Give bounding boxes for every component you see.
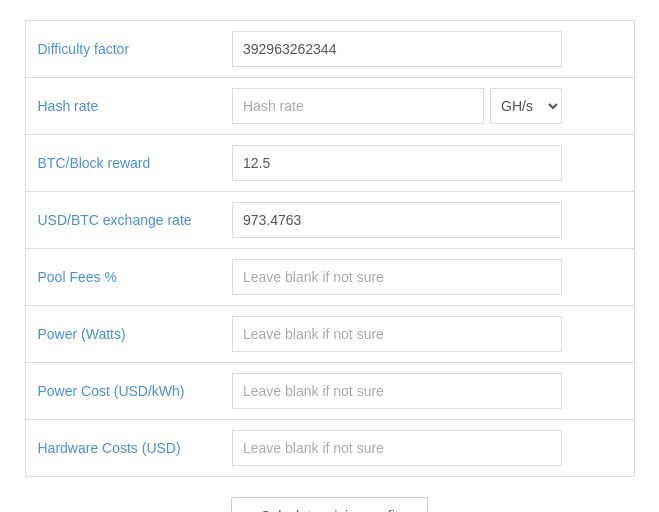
field-label: Power Cost (USD/kWh) [25,363,220,420]
field-label: Pool Fees % [25,249,220,306]
right-cell [574,78,634,135]
field-label: Power (Watts) [25,306,220,363]
field-label: BTC/Block reward [25,135,220,192]
field-label: Hardware Costs (USD) [25,420,220,477]
table-row: USD/BTC exchange rate [25,192,634,249]
field-input-cell [220,135,574,192]
field-input-cell [220,21,574,78]
mining-calculator: Difficulty factorHash rateGH/sTH/sMH/sKH… [10,10,650,512]
table-row: Hash rateGH/sTH/sMH/sKH/s [25,78,634,135]
hash-rate-input[interactable] [232,88,484,124]
field-label: USD/BTC exchange rate [25,192,220,249]
field-input-cell [220,420,574,477]
calculate-button[interactable]: Calculate mining profit [231,497,428,512]
field-label: Difficulty factor [25,21,220,78]
right-cell [574,249,634,306]
field-input-cell [220,363,574,420]
field-input[interactable] [232,202,562,238]
right-cell [574,306,634,363]
table-row: Power Cost (USD/kWh) [25,363,634,420]
right-cell [574,192,634,249]
field-input[interactable] [232,31,562,67]
field-input-cell [220,306,574,363]
field-input[interactable] [232,316,562,352]
right-cell [574,135,634,192]
unit-select[interactable]: GH/sTH/sMH/sKH/s [490,88,562,124]
field-input[interactable] [232,259,562,295]
hash-rate-wrapper: GH/sTH/sMH/sKH/s [232,88,562,124]
field-input[interactable] [232,145,562,181]
table-row: Pool Fees % [25,249,634,306]
field-input-cell [220,249,574,306]
right-cell [574,420,634,477]
field-input-cell [220,192,574,249]
right-cell [574,21,634,78]
field-label: Hash rate [25,78,220,135]
table-row: BTC/Block reward [25,135,634,192]
field-input[interactable] [232,430,562,466]
right-cell [574,363,634,420]
table-row: Hardware Costs (USD) [25,420,634,477]
field-input[interactable] [232,373,562,409]
table-row: Power (Watts) [25,306,634,363]
button-row: Calculate mining profit [25,497,635,512]
field-input-cell: GH/sTH/sMH/sKH/s [220,78,574,135]
form-table: Difficulty factorHash rateGH/sTH/sMH/sKH… [25,20,635,477]
table-row: Difficulty factor [25,21,634,78]
